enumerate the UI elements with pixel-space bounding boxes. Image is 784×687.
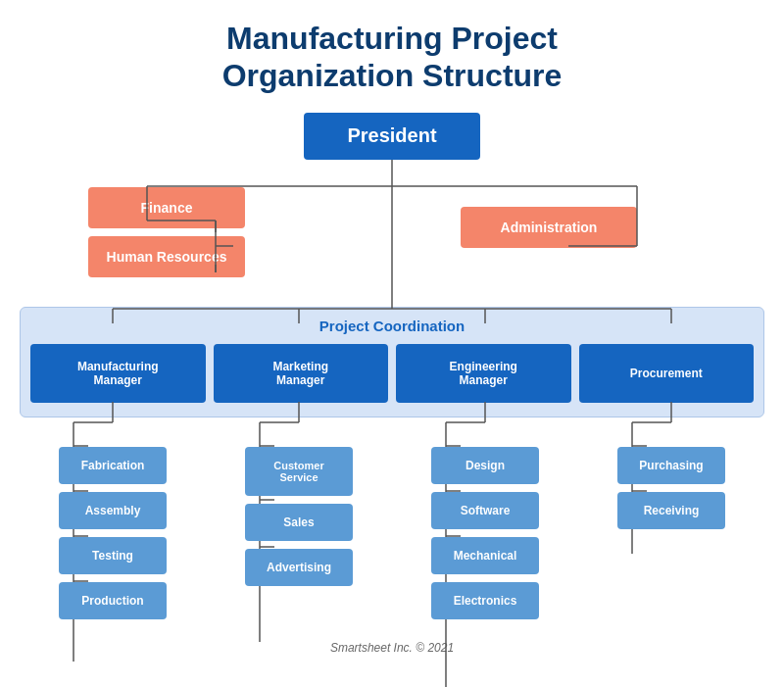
sub-column-procurement: Purchasing Receiving xyxy=(578,417,764,627)
electronics-box: Electronics xyxy=(431,582,539,619)
customer-service-box: CustomerService xyxy=(245,447,353,496)
sub-column-manufacturing: Fabrication Assembly Testing Production xyxy=(20,417,206,627)
design-box: Design xyxy=(431,447,539,484)
testing-box: Testing xyxy=(59,537,167,574)
fabrication-box: Fabrication xyxy=(59,447,167,484)
procurement-box: Procurement xyxy=(579,344,755,403)
page: Manufacturing ProjectOrganization Struct… xyxy=(0,0,784,664)
marketing-manager-box: MarketingManager xyxy=(214,344,389,403)
upper-row: Finance Human Resources Administration xyxy=(20,187,764,277)
finance-box: Finance xyxy=(88,187,245,228)
manufacturing-manager-box: ManufacturingManager xyxy=(30,344,206,403)
admin-wrapper: Administration xyxy=(461,197,696,248)
managers-row: ManufacturingManager MarketingManager En… xyxy=(30,344,754,403)
production-box: Production xyxy=(59,582,167,619)
president-row: President xyxy=(20,113,764,160)
mechanical-box: Mechanical xyxy=(431,537,539,574)
footer: Smartsheet Inc. © 2021 xyxy=(20,641,764,655)
sub-section: Fabrication Assembly Testing Production … xyxy=(20,417,764,627)
engineering-manager-box: EngineeringManager xyxy=(396,344,571,403)
president-box: President xyxy=(304,113,480,160)
admin-box: Administration xyxy=(461,207,637,248)
software-box: Software xyxy=(431,492,539,529)
purchasing-box: Purchasing xyxy=(617,447,725,484)
sales-box: Sales xyxy=(245,504,353,541)
advertising-box: Advertising xyxy=(245,549,353,586)
left-group: Finance Human Resources xyxy=(88,187,245,277)
page-title: Manufacturing ProjectOrganization Struct… xyxy=(222,20,563,95)
project-coord-band: Project Coordination ManufacturingManage… xyxy=(20,307,764,417)
sub-column-marketing: CustomerService Sales Advertising xyxy=(206,417,392,627)
sub-column-engineering: Design Software Mechanical Electronics xyxy=(392,417,578,627)
hr-box: Human Resources xyxy=(88,236,245,277)
receiving-box: Receiving xyxy=(617,492,725,529)
project-coord-section: Project Coordination ManufacturingManage… xyxy=(20,307,764,417)
project-coord-label: Project Coordination xyxy=(30,318,754,334)
org-chart: President Finance Human Resources Admini… xyxy=(20,113,764,655)
assembly-box: Assembly xyxy=(59,492,167,529)
